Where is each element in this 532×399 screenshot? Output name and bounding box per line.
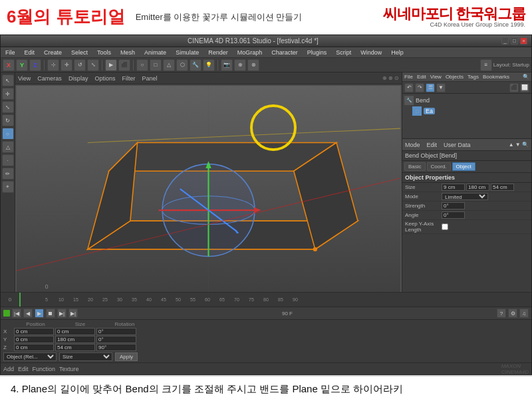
rt-btn3[interactable]: ☰ — [426, 83, 435, 92]
toolbar-cam[interactable]: 📷 — [221, 59, 233, 71]
rm-view[interactable]: View — [430, 74, 442, 80]
menu-help[interactable]: Help — [389, 49, 406, 56]
toolbar-obj5[interactable]: 🔧 — [190, 59, 201, 71]
toolbar-obj3[interactable]: △ — [163, 59, 175, 71]
psr-rot-x[interactable] — [96, 328, 136, 335]
menu-simulate[interactable]: Simulate — [174, 49, 201, 56]
rm-search-icon[interactable]: 🔍 — [523, 74, 529, 80]
size-z-input[interactable] — [491, 184, 514, 191]
toolbar-extra2[interactable]: ⊗ — [247, 59, 259, 71]
vp-filter-label[interactable]: Filter — [122, 75, 135, 82]
psr-pos-z[interactable] — [14, 344, 54, 351]
rt-btn5[interactable]: ⬛ — [509, 83, 519, 92]
rm-objects[interactable]: Objects — [446, 74, 464, 80]
strength-input[interactable] — [442, 202, 465, 209]
menu-mesh[interactable]: Mesh — [118, 49, 137, 56]
psr-rot-y[interactable] — [96, 336, 136, 343]
menu-animate[interactable]: Animate — [142, 49, 168, 56]
ctrl-next[interactable]: ▶| — [57, 309, 66, 318]
toolbar-z-axis[interactable]: Z — [29, 59, 41, 71]
toolbar-obj6[interactable]: 💡 — [203, 59, 215, 71]
ctrl-end[interactable]: ▶| — [68, 309, 78, 318]
menu-character[interactable]: Character — [269, 49, 300, 56]
bottom-function[interactable]: Function — [33, 366, 56, 372]
menu-edit[interactable]: Edit — [23, 49, 37, 56]
bottom-add[interactable]: Add — [3, 366, 14, 372]
tool-poly[interactable]: ○ — [2, 128, 14, 140]
obj-bend-item[interactable]: 🔧 Bend — [404, 96, 529, 105]
bottom-edit[interactable]: Edit — [18, 366, 29, 372]
menu-file[interactable]: File — [3, 49, 17, 56]
psr-pos-x[interactable] — [14, 328, 54, 335]
tool-magnet[interactable]: ⌖ — [2, 181, 14, 193]
tool-edge[interactable]: △ — [2, 141, 14, 153]
size-mode-select[interactable]: Size — [59, 352, 112, 361]
toolbar-render2[interactable]: ⬛ — [118, 59, 130, 71]
tool-rotate[interactable]: ↻ — [2, 114, 14, 126]
tab-coord[interactable]: Coord. — [427, 162, 451, 171]
toolbar-scale[interactable]: ⤡ — [87, 59, 99, 71]
rt-btn4[interactable]: ▼ — [436, 83, 446, 92]
psr-rot-z[interactable] — [96, 344, 136, 351]
vp-panel-label[interactable]: Panel — [142, 75, 157, 82]
maximize-button[interactable]: □ — [511, 37, 518, 45]
ctrl-icon3[interactable]: ♫ — [519, 309, 529, 318]
vp-display-label[interactable]: Display — [68, 75, 88, 82]
toolbar-x-axis[interactable]: X — [3, 59, 15, 71]
toolbar-move[interactable]: ✛ — [61, 59, 72, 71]
rm-tags[interactable]: Tags — [467, 74, 479, 80]
menu-plugins[interactable]: Plugins — [305, 49, 329, 56]
rt-btn6[interactable]: ⬜ — [520, 83, 529, 92]
psr-pos-y[interactable] — [14, 336, 54, 343]
apply-button[interactable]: Apply — [115, 352, 138, 361]
rm-file[interactable]: File — [404, 74, 413, 80]
vp-options-label[interactable]: Options — [94, 75, 115, 82]
menu-mograph[interactable]: MoGraph — [235, 49, 265, 56]
toolbar-y-axis[interactable]: Y — [16, 59, 28, 71]
c4d-viewport[interactable]: View Cameras Display Options Filter Pane… — [15, 72, 402, 292]
ctrl-icon1[interactable]: ? — [497, 309, 506, 318]
angle-input[interactable] — [442, 211, 465, 219]
tool-select[interactable]: ↖ — [2, 74, 14, 86]
menu-window[interactable]: Window — [358, 49, 384, 56]
toolbar-obj4[interactable]: ⬡ — [176, 59, 188, 71]
toolbar-layout[interactable]: ≡ — [480, 59, 492, 71]
ctrl-prev[interactable]: ◀ — [23, 309, 33, 318]
menu-select[interactable]: Select — [69, 49, 90, 56]
toolbar-rotate[interactable]: ↺ — [74, 59, 86, 71]
bottom-texture[interactable]: Texture — [59, 366, 79, 372]
ctrl-icon2[interactable]: ⚙ — [508, 309, 517, 318]
tab-object[interactable]: Object — [452, 162, 475, 171]
rt-btn1[interactable]: ↶ — [404, 83, 414, 92]
toolbar-select[interactable]: ⊹ — [47, 59, 59, 71]
ctrl-start[interactable]: |◀ — [12, 309, 21, 318]
obj-ea-item[interactable]: □ Ea — [404, 106, 529, 116]
toolbar-render[interactable]: ▶ — [105, 59, 117, 71]
ctrl-stop[interactable]: ⏹ — [46, 309, 55, 318]
tab-basic[interactable]: Basic — [404, 162, 426, 171]
tool-scale[interactable]: ⤡ — [2, 101, 14, 113]
toolbar-obj2[interactable]: □ — [150, 59, 162, 71]
menu-create[interactable]: Create — [42, 49, 64, 56]
vp-view-label[interactable]: View — [18, 75, 31, 82]
tool-point[interactable]: · — [2, 154, 14, 166]
menu-script[interactable]: Script — [334, 49, 353, 56]
psr-size-x[interactable] — [55, 328, 95, 335]
timeline-track[interactable]: 0 5 10 15 20 25 30 35 40 45 50 55 60 65 … — [1, 293, 531, 307]
close-button[interactable]: × — [520, 37, 527, 45]
rt-btn2[interactable]: ↷ — [415, 83, 424, 92]
minimize-button[interactable]: _ — [501, 37, 509, 45]
toolbar-obj1[interactable]: ○ — [136, 59, 148, 71]
psr-size-y[interactable] — [55, 336, 95, 343]
obj-coord-select[interactable]: Object (Rel... — [3, 352, 57, 361]
psr-size-z[interactable] — [55, 344, 95, 351]
tool-move[interactable]: ✛ — [2, 88, 14, 100]
ctrl-play[interactable]: ▶ — [35, 309, 44, 318]
menu-render[interactable]: Render — [206, 49, 230, 56]
size-y-input[interactable] — [466, 184, 489, 191]
keep-y-checkbox[interactable] — [442, 223, 448, 230]
rm-edit[interactable]: Edit — [417, 74, 426, 80]
size-x-input[interactable] — [442, 184, 465, 191]
rm-bookmarks[interactable]: Bookmarks — [483, 74, 509, 80]
vp-cameras-label[interactable]: Cameras — [37, 75, 62, 82]
